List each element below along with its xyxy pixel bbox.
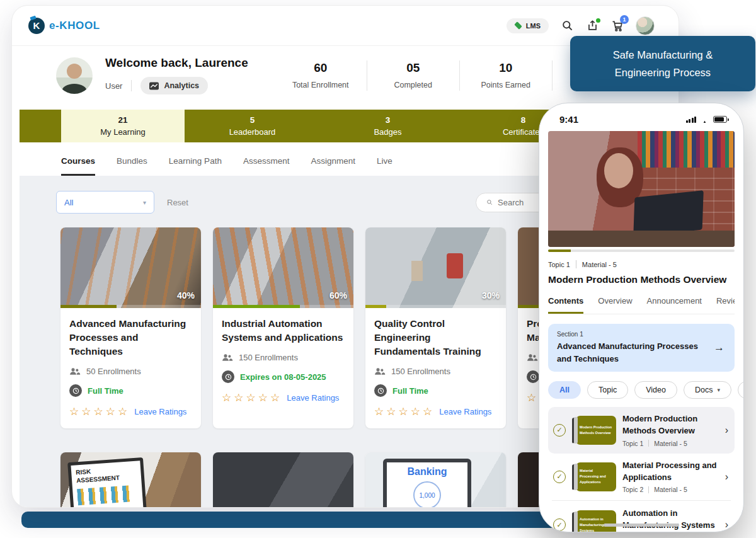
divider bbox=[576, 260, 576, 268]
chevron-right-icon[interactable]: › bbox=[725, 425, 728, 436]
tab-bundles[interactable]: Bundles bbox=[117, 156, 147, 176]
star-icon[interactable]: ☆ bbox=[270, 392, 280, 403]
logo-text: e-KHOOL bbox=[49, 20, 100, 32]
tab-live[interactable]: Live bbox=[377, 156, 392, 176]
star-icon[interactable]: ☆ bbox=[234, 392, 243, 403]
star-icon[interactable]: ☆ bbox=[374, 406, 384, 417]
nav-tab-badges[interactable]: 3 Badges bbox=[320, 110, 455, 142]
tab-overview[interactable]: Overview bbox=[598, 296, 632, 314]
mini-bar-chart bbox=[77, 485, 132, 505]
star-icon[interactable]: ☆ bbox=[81, 406, 91, 417]
lesson-material: Material - 5 bbox=[654, 440, 687, 447]
lesson-item[interactable]: ✓ Automation in Manufacturing Systems Au… bbox=[548, 501, 735, 532]
course-title: Advanced Manufacturing Processes and Tec… bbox=[69, 317, 192, 358]
chip-video[interactable]: Video bbox=[634, 381, 677, 399]
profile-photo[interactable] bbox=[56, 57, 93, 94]
tab-assessment[interactable]: Assessment bbox=[243, 156, 290, 176]
tab-contents[interactable]: Contents bbox=[548, 296, 583, 314]
chip-topic[interactable]: Topic bbox=[587, 381, 628, 399]
nav-tab-my-learning[interactable]: 21 My Learning bbox=[61, 110, 185, 142]
star-icon[interactable]: ☆ bbox=[106, 406, 115, 417]
lesson-thumbnail: Automation in Manufacturing Systems bbox=[576, 510, 616, 532]
course-title: Industrial Automation Systems and Applic… bbox=[222, 317, 345, 345]
clock-icon bbox=[374, 384, 387, 397]
chip-all[interactable]: All bbox=[548, 381, 581, 399]
leave-ratings-link[interactable]: Leave Ratings bbox=[134, 407, 186, 416]
course-thumbnail: FINANCE bbox=[213, 452, 353, 508]
course-time: Full Time bbox=[392, 386, 428, 396]
video-progress-bar[interactable] bbox=[548, 249, 735, 252]
header-actions: LMS 1 bbox=[507, 16, 655, 35]
section-card[interactable]: Section 1 Advanced Manufacturing Process… bbox=[548, 324, 735, 372]
divider bbox=[552, 60, 553, 91]
tab-courses[interactable]: Courses bbox=[61, 156, 95, 176]
laptop-graphic: Banking 1,000 bbox=[383, 459, 471, 508]
course-card[interactable]: 30% Quality Control Engineering Fundamen… bbox=[365, 227, 506, 428]
category-dropdown[interactable]: All ▾ bbox=[56, 191, 154, 214]
course-card[interactable]: Banking 1,000 bbox=[365, 452, 506, 508]
tab-announcement[interactable]: Announcement bbox=[647, 296, 702, 314]
lesson-item[interactable]: ✓ Modern Production Methods Overview Mod… bbox=[548, 407, 735, 454]
logo-mark-icon: K bbox=[28, 18, 45, 34]
tab-assignment[interactable]: Assignment bbox=[311, 156, 355, 176]
chevron-right-icon[interactable]: › bbox=[725, 471, 728, 483]
star-icon[interactable]: ☆ bbox=[246, 392, 256, 403]
course-card[interactable]: RISK ASSESSMENT bbox=[60, 452, 201, 508]
chip-assessment[interactable]: Asse bbox=[738, 381, 744, 399]
star-icon[interactable]: ☆ bbox=[69, 406, 79, 417]
arrow-right-icon[interactable]: → bbox=[713, 341, 726, 354]
tab-learning-path[interactable]: Learning Path bbox=[169, 156, 222, 176]
star-icon[interactable]: ☆ bbox=[118, 406, 127, 417]
reset-link[interactable]: Reset bbox=[167, 198, 188, 207]
brand-logo[interactable]: K e-KHOOL bbox=[28, 18, 100, 34]
material-label: Material - 5 bbox=[582, 261, 617, 268]
search-button[interactable] bbox=[560, 19, 574, 33]
search-input[interactable] bbox=[498, 198, 542, 207]
user-avatar[interactable] bbox=[636, 16, 655, 35]
home-indicator[interactable] bbox=[604, 524, 679, 527]
lesson-item[interactable]: ✓ Material Processing and Applications M… bbox=[548, 454, 735, 500]
course-card[interactable]: 60% Industrial Automation Systems and Ap… bbox=[213, 227, 353, 428]
search-icon bbox=[561, 20, 573, 31]
progress-percent: 60% bbox=[329, 290, 347, 300]
tab-review[interactable]: Review bbox=[716, 296, 735, 314]
course-card[interactable]: FINANCE bbox=[213, 452, 353, 508]
lesson-topic: Topic 1 bbox=[622, 440, 643, 447]
stat-value: 60 bbox=[275, 61, 367, 75]
star-icon[interactable]: ☆ bbox=[423, 406, 432, 417]
enrollments-icon bbox=[222, 353, 233, 362]
leave-ratings-link[interactable]: Leave Ratings bbox=[439, 407, 491, 416]
analytics-label: Analytics bbox=[164, 81, 199, 90]
leave-ratings-link[interactable]: Leave Ratings bbox=[287, 393, 339, 403]
analytics-button[interactable]: Analytics bbox=[140, 77, 208, 94]
cart-button[interactable]: 1 bbox=[610, 19, 624, 33]
share-button[interactable] bbox=[585, 19, 599, 33]
star-icon[interactable]: ☆ bbox=[399, 406, 408, 417]
tab-count: 5 bbox=[250, 115, 255, 125]
star-icon[interactable]: ☆ bbox=[527, 392, 536, 403]
nav-tab-leaderboard[interactable]: 5 Leaderboard bbox=[185, 110, 320, 142]
enrollments-text: 150 Enrollments bbox=[391, 367, 450, 376]
star-icon[interactable]: ☆ bbox=[386, 406, 396, 417]
enrollments-icon bbox=[69, 367, 81, 375]
enrollments-icon bbox=[527, 353, 538, 362]
star-icon[interactable]: ☆ bbox=[411, 406, 420, 417]
progress-bar bbox=[60, 305, 201, 308]
star-icon[interactable]: ☆ bbox=[222, 392, 231, 403]
course-time: Full Time bbox=[88, 386, 123, 396]
course-thumbnail: 60% bbox=[213, 227, 353, 308]
caret-down-icon: ▾ bbox=[717, 387, 720, 393]
divider bbox=[648, 486, 649, 493]
lesson-video[interactable] bbox=[548, 131, 735, 247]
lesson-item-title: Automation in Manufacturing Systems bbox=[622, 508, 719, 532]
graduation-cap-icon bbox=[514, 21, 522, 30]
cart-count-badge: 1 bbox=[620, 15, 629, 24]
chip-docs[interactable]: Docs▾ bbox=[684, 381, 731, 399]
chevron-right-icon[interactable]: › bbox=[725, 519, 728, 530]
course-toast[interactable]: Safe Manufacturing & Engineering Process bbox=[570, 36, 755, 91]
course-card[interactable]: 40% Advanced Manufacturing Processes and… bbox=[60, 227, 201, 428]
lms-badge[interactable]: LMS bbox=[507, 18, 549, 33]
phone-status-bar: 9:41 bbox=[539, 103, 743, 125]
star-icon[interactable]: ☆ bbox=[258, 392, 268, 403]
star-icon[interactable]: ☆ bbox=[94, 406, 103, 417]
